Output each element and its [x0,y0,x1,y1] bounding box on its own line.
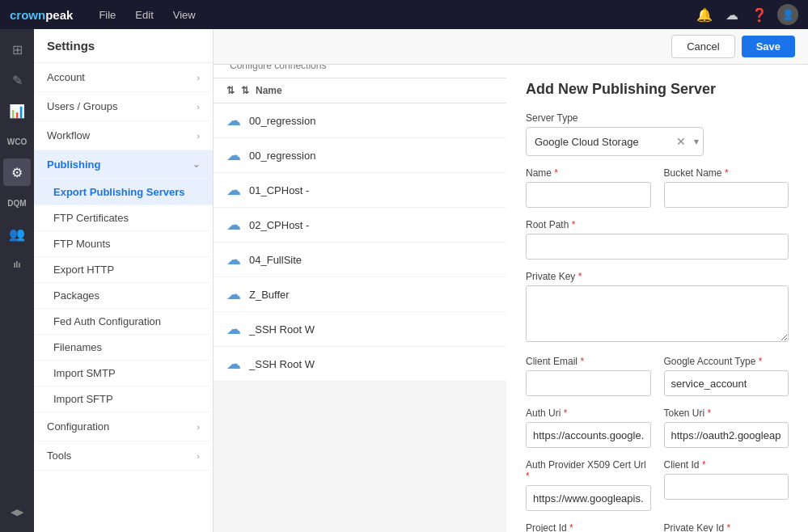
client-email-account-row: Client Email * Google Account Type * [526,356,789,407]
modal-panel: Add New Publishing Server Server Type Go… [506,65,808,532]
sidebar-item-packages[interactable]: Packages [34,283,213,309]
icon-sidebar: ⊞ ✎ 📊 WCO ⚙ DQM 👥 ılı ◀▶ [0,29,34,532]
dialog-bar: Cancel Save [214,29,808,65]
sidebar-icon-arrows[interactable]: ◀▶ [3,498,31,526]
chevron-icon: › [197,102,200,112]
dialog-title: Add New Publishing Server [526,81,789,98]
chevron-icon: › [197,73,200,82]
sort-icon-1[interactable]: ⇅ [226,85,235,96]
token-uri-input[interactable] [664,422,789,448]
private-key-id-group: Private Key Id * [664,522,789,532]
sidebar-item-import-sftp[interactable]: Import SFTP [34,386,213,412]
sidebar-icon-settings[interactable]: ⚙ [3,158,31,186]
token-uri-label: Token Uri * [664,407,789,419]
client-email-group: Client Email * [526,356,651,396]
project-id-label: Project Id * [526,522,651,532]
cloud-icon: ☁ [226,251,241,268]
sidebar-icon-chart[interactable]: 📊 [3,97,31,125]
topbar-icons: 🔔 ☁ ❓ 👤 [693,4,798,26]
token-uri-group: Token Uri * [664,407,789,448]
private-key-id-label: Private Key Id * [664,522,789,532]
bucket-name-group: Bucket Name * [664,167,789,208]
sidebar-icon-wco[interactable]: WCO [3,128,31,155]
sidebar-item-publishing[interactable]: Publishing ⌄ [34,150,213,179]
private-key-group: Private Key * [526,271,789,344]
sidebar-item-workflow[interactable]: Workflow › [34,121,213,150]
sidebar-item-filenames[interactable]: Filenames [34,335,213,361]
sidebar-icon-users[interactable]: 👥 [3,220,31,247]
help-icon[interactable]: ❓ [748,4,771,26]
auth-provider-cert-label: Auth Provider X509 Cert Url * [526,459,651,482]
nav-sidebar: Settings Account › Users / Groups › Work… [34,29,214,532]
main-content: Publishing Servers Configure connections… [214,29,808,532]
user-avatar[interactable]: 👤 [777,4,798,25]
root-path-group: Root Path * [526,219,789,260]
bucket-name-input[interactable] [664,182,789,208]
auth-token-row: Auth Uri * Token Uri * [526,407,789,459]
menu-file[interactable]: File [89,0,125,29]
cloud-icon: ☁ [226,216,241,234]
sidebar-item-tools[interactable]: Tools › [34,441,213,471]
sidebar-item-users-groups[interactable]: Users / Groups › [34,92,213,121]
sidebar-item-export-http[interactable]: Export HTTP [34,257,213,283]
chevron-icon: › [197,131,200,141]
chevron-expand-icon: ⌄ [192,159,200,170]
client-id-input[interactable] [664,474,789,500]
save-button[interactable]: Save [742,36,795,57]
app-body: ⊞ ✎ 📊 WCO ⚙ DQM 👥 ılı ◀▶ Settings Accoun… [0,29,808,532]
auth-uri-label: Auth Uri * [526,407,651,419]
bell-icon[interactable]: 🔔 [693,4,716,26]
private-key-input[interactable] [526,285,789,342]
name-input[interactable] [526,182,651,208]
auth-uri-group: Auth Uri * [526,407,651,448]
auth-provider-cert-input[interactable] [526,485,651,511]
settings-header: Settings [34,29,213,63]
private-key-label: Private Key * [526,271,789,282]
sidebar-item-account[interactable]: Account › [34,63,213,92]
sort-icon-2[interactable]: ⇅ [241,85,249,96]
cloud-icon: ☁ [226,146,241,164]
logo: crownpeak [10,8,73,22]
google-account-type-group: Google Account Type * [664,356,789,396]
sidebar-item-fed-auth[interactable]: Fed Auth Configuration [34,309,213,335]
cloud-icon: ☁ [226,181,241,199]
server-type-select-wrapper: Google Cloud Storage ✕ ▾ [526,127,704,156]
sidebar-item-import-smtp[interactable]: Import SMTP [34,361,213,386]
menu-view[interactable]: View [163,0,205,29]
name-group: Name * [526,167,651,208]
sidebar-bottom: ◀▶ [3,498,31,526]
auth-uri-input[interactable] [526,422,651,448]
client-id-label: Client Id * [664,459,789,471]
topbar-menu: File Edit View [89,0,205,29]
sidebar-icon-edit[interactable]: ✎ [3,66,31,94]
client-email-label: Client Email * [526,356,651,367]
server-type-group: Server Type Google Cloud Storage ✕ ▾ [526,112,789,156]
auth-provider-cert-group: Auth Provider X509 Cert Url * [526,459,651,511]
sidebar-item-configuration[interactable]: Configuration › [34,412,213,441]
cloud-icon: ☁ [226,355,241,373]
bucket-name-label: Bucket Name * [664,167,789,179]
google-account-type-label: Google Account Type * [664,356,789,367]
project-id-group: Project Id * [526,522,651,532]
sidebar-icon-grid[interactable]: ⊞ [3,36,31,63]
name-bucket-row: Name * Bucket Name * [526,167,789,219]
cloud-icon: ☁ [226,320,241,338]
auth-cert-client-id-row: Auth Provider X509 Cert Url * Client Id … [526,459,789,522]
client-id-group: Client Id * [664,459,789,511]
chevron-icon: › [197,422,200,432]
sidebar-icon-analytics[interactable]: ılı [3,251,31,278]
menu-edit[interactable]: Edit [125,0,163,29]
client-email-input[interactable] [526,370,651,396]
select-clear-icon[interactable]: ✕ [676,135,686,148]
sidebar-icon-dqm[interactable]: DQM [3,189,31,217]
chevron-icon: › [197,451,200,461]
google-account-type-input[interactable] [664,370,789,396]
sidebar-item-ftp-certificates[interactable]: FTP Certificates [34,205,213,231]
root-path-input[interactable] [526,234,789,260]
cloud-upload-icon[interactable]: ☁ [722,4,742,26]
sidebar-item-export-publishing-servers[interactable]: Export Publishing Servers [34,179,213,205]
root-path-label: Root Path * [526,219,789,230]
sidebar-item-ftp-mounts[interactable]: FTP Mounts [34,231,213,257]
project-private-key-id-row: Project Id * Private Key Id * [526,522,789,532]
cancel-button[interactable]: Cancel [671,35,734,58]
